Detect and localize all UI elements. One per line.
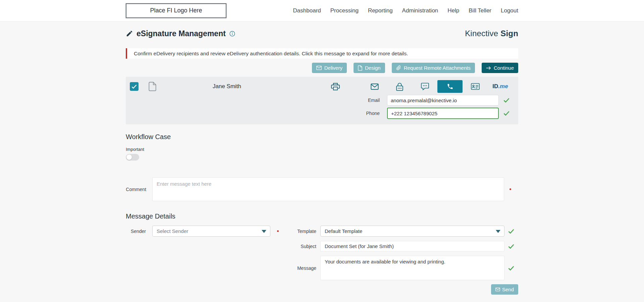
subject-input[interactable] — [320, 241, 504, 251]
page-header: eSignature Management Kinective Sign — [126, 29, 518, 38]
phone-input[interactable] — [387, 108, 499, 119]
main-content: eSignature Management Kinective Sign Con… — [126, 29, 518, 295]
recipient-panel: Jane Smith — [126, 77, 518, 124]
important-label: Important — [126, 147, 518, 152]
top-navigation-bar: Place FI Logo Here Dashboard Processing … — [0, 0, 644, 21]
edelivery-alert-banner[interactable]: Confirm eDelivery recipients and review … — [126, 48, 518, 59]
document-icon[interactable] — [149, 82, 156, 91]
dropdown-caret-icon — [496, 230, 500, 233]
page-title: eSignature Management — [137, 29, 226, 38]
subject-valid-check-icon — [508, 244, 514, 249]
printer-icon[interactable] — [331, 82, 340, 91]
message-label: Message — [290, 265, 316, 271]
request-remote-attachments-label: Request Remote Attachments — [404, 65, 471, 71]
sender-select[interactable]: Select Sender — [152, 226, 270, 237]
workflow-case-heading: Workflow Case — [126, 133, 518, 141]
nav-user-bill-teller[interactable]: Bill Teller — [469, 7, 491, 14]
nav-reporting[interactable]: Reporting — [368, 7, 393, 14]
delivery-methods: ID.me — [362, 80, 513, 93]
method-sms-icon[interactable] — [412, 80, 437, 93]
method-email-icon[interactable] — [362, 80, 387, 93]
phone-valid-check-icon — [503, 111, 509, 116]
design-doc-icon — [358, 65, 362, 71]
fi-logo-placeholder: Place FI Logo Here — [126, 3, 226, 18]
sender-required-dot-icon — [277, 230, 279, 232]
send-row: Send — [126, 284, 518, 295]
recipient-checkbox[interactable] — [130, 82, 139, 91]
brand-name: Kinective — [465, 29, 498, 38]
email-label: Email — [368, 98, 380, 103]
brand-product: Sign — [500, 29, 518, 38]
arrow-right-icon — [486, 66, 491, 70]
toggle-knob — [126, 155, 132, 160]
recipient-phone-row: Phone — [130, 108, 513, 119]
nav-administration[interactable]: Administration — [402, 7, 438, 14]
phone-label: Phone — [366, 111, 380, 116]
mail-icon — [316, 66, 322, 70]
comment-required-dot-icon — [509, 188, 511, 190]
send-button-label: Send — [502, 287, 514, 292]
comment-textarea[interactable] — [152, 177, 504, 201]
recipient-row: Jane Smith — [130, 80, 513, 93]
message-valid-check-icon — [508, 266, 514, 270]
subject-row: Subject — [290, 241, 514, 251]
request-remote-attachments-button[interactable]: Request Remote Attachments — [392, 63, 475, 73]
nav-processing[interactable]: Processing — [330, 7, 359, 14]
email-valid-check-icon — [503, 98, 509, 103]
title-group: eSignature Management — [126, 29, 235, 38]
message-textarea[interactable]: Your documents are available for viewing… — [320, 256, 504, 280]
nav-logout[interactable]: Logout — [501, 7, 518, 14]
nav-help[interactable]: Help — [447, 7, 459, 14]
comment-row: Comment — [126, 177, 518, 201]
template-row: Template Default Template — [290, 226, 514, 237]
topbar-inner: Place FI Logo Here Dashboard Processing … — [126, 0, 518, 21]
template-label: Template — [290, 229, 316, 234]
sender-row: Sender Select Sender — [126, 226, 279, 237]
sender-select-value: Select Sender — [157, 228, 188, 234]
comment-label: Comment — [126, 187, 146, 192]
delivery-button[interactable]: Delivery — [312, 63, 347, 73]
continue-button-label: Continue — [494, 65, 514, 71]
info-icon[interactable] — [229, 31, 235, 37]
email-input[interactable] — [387, 95, 499, 106]
template-column: Template Default Template Subject Messag… — [290, 226, 514, 280]
delivery-button-label: Delivery — [324, 65, 342, 71]
method-id-card-icon[interactable] — [463, 80, 488, 93]
paperclip-icon — [396, 65, 401, 70]
recipient-name: Jane Smith — [213, 83, 241, 90]
template-valid-check-icon — [508, 229, 514, 234]
kinective-sign-logo: Kinective Sign — [465, 29, 518, 38]
template-select[interactable]: Default Template — [320, 226, 504, 237]
idme-logo-me: .me — [498, 83, 508, 90]
nav-dashboard[interactable]: Dashboard — [293, 7, 321, 14]
mail-icon — [495, 288, 500, 291]
method-password-lock-icon[interactable] — [387, 80, 412, 93]
recipient-email-row: Email — [130, 95, 513, 106]
design-button-label: Design — [365, 65, 381, 71]
dropdown-caret-icon — [262, 230, 266, 233]
message-details-section: Sender Select Sender Template Default Te… — [126, 226, 518, 280]
action-toolbar: Delivery Design Request Remote Attachmen… — [126, 63, 518, 73]
signature-pen-icon — [126, 30, 133, 37]
design-button[interactable]: Design — [354, 63, 385, 73]
method-phone-icon[interactable] — [437, 80, 463, 93]
idme-logo-id: ID — [492, 83, 498, 90]
checkbox-check-icon — [131, 84, 137, 89]
main-nav: Dashboard Processing Reporting Administr… — [293, 7, 518, 14]
method-idme-logo[interactable]: ID.me — [488, 80, 513, 93]
continue-button[interactable]: Continue — [482, 63, 518, 73]
sender-label: Sender — [126, 229, 146, 234]
important-toggle[interactable] — [126, 154, 139, 161]
message-row: Message Your documents are available for… — [290, 256, 514, 280]
template-select-value: Default Template — [325, 228, 362, 234]
send-button[interactable]: Send — [491, 284, 518, 295]
subject-label: Subject — [290, 244, 316, 249]
message-details-heading: Message Details — [126, 213, 518, 220]
